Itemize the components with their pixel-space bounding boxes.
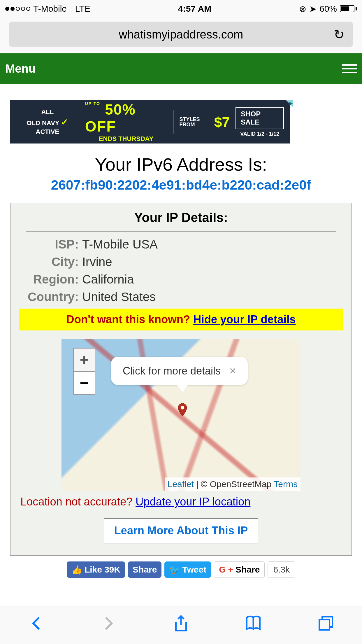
menu-label[interactable]: Menu xyxy=(5,62,36,75)
map-pin-icon[interactable] xyxy=(178,403,187,416)
hide-ip-link[interactable]: Hide your IP details xyxy=(193,313,296,326)
attrib-separator: | © xyxy=(196,479,210,489)
map-popup[interactable]: Click for more details × xyxy=(111,357,248,385)
carrier-label: T-Mobile xyxy=(33,4,67,14)
ad-up-to: UP TO xyxy=(85,101,100,106)
share-button[interactable] xyxy=(172,615,190,636)
update-location-link[interactable]: Update your IP location xyxy=(136,496,250,508)
ad-ends: ENDS THURSDAY xyxy=(99,135,153,143)
ip-details-box: Your IP Details: ISP: T-Mobile USA City:… xyxy=(10,203,352,556)
tabs-button[interactable] xyxy=(317,615,335,636)
google-plus-share-button[interactable]: G+ Share xyxy=(214,561,265,578)
hide-ip-question: Don't want this known? xyxy=(66,313,193,326)
social-share-row: 👍 Like 39K Share 🐦 Tweet G+ Share 6.3k xyxy=(0,561,362,578)
zoom-in-button[interactable]: + xyxy=(73,348,95,371)
chevron-left-icon xyxy=(27,615,45,632)
url-bar-container: whatismyipaddress.com ↻ xyxy=(0,18,362,53)
ad-shop-button[interactable]: SHOP SALE xyxy=(236,107,284,129)
gplus-plus-icon: + xyxy=(228,565,233,575)
url-bar[interactable]: whatismyipaddress.com ↻ xyxy=(9,22,353,47)
chevron-right-icon xyxy=(100,615,117,632)
facebook-like-button[interactable]: 👍 Like 39K xyxy=(67,561,125,578)
region-value: California xyxy=(82,272,134,286)
thumbs-up-icon: 👍 xyxy=(71,565,82,575)
book-icon xyxy=(245,615,262,632)
leaflet-link[interactable]: Leaflet xyxy=(168,479,194,489)
forward-button[interactable] xyxy=(100,615,117,636)
fb-like-label: Like xyxy=(85,565,102,575)
twitter-tweet-button[interactable]: 🐦 Tweet xyxy=(164,561,211,578)
osm-text: OpenStreetMap xyxy=(210,479,274,489)
battery-icon xyxy=(340,5,357,12)
zoom-out-button[interactable]: − xyxy=(73,371,95,395)
details-title: Your IP Details: xyxy=(15,210,347,225)
share-icon xyxy=(172,615,190,632)
ipv6-address[interactable]: 2607:fb90:2202:4e91:bd4e:b220:cad:2e0f xyxy=(0,177,362,193)
tweet-label: Tweet xyxy=(182,565,206,575)
country-label: Country: xyxy=(20,290,79,304)
battery-percent: 60% xyxy=(319,4,337,14)
network-label: LTE xyxy=(75,4,90,14)
status-bar: T-Mobile LTE 4:57 AM ⊗ ➤ 60% xyxy=(0,0,362,18)
map-popup-text: Click for more details xyxy=(123,365,221,377)
svg-point-0 xyxy=(181,406,184,410)
detail-row-country: Country: United States xyxy=(20,290,342,304)
region-label: Region: xyxy=(20,272,79,286)
ad-styles-from: STYLES FROM xyxy=(180,117,214,127)
location-map[interactable]: + − Click for more details × Leaflet | ©… xyxy=(61,339,301,491)
tabs-icon xyxy=(317,615,335,632)
close-icon[interactable]: × xyxy=(229,364,236,377)
fb-share-label: Share xyxy=(133,565,157,575)
status-time: 4:57 AM xyxy=(178,4,211,14)
detail-row-city: City: Irvine xyxy=(20,255,342,269)
location-arrow-icon: ➤ xyxy=(309,4,317,14)
ad-text-all: ALL xyxy=(16,108,79,116)
ad-price: $7 xyxy=(214,114,230,130)
facebook-share-button[interactable]: Share xyxy=(128,561,161,578)
browser-toolbar xyxy=(0,606,362,644)
isp-value: T-Mobile USA xyxy=(82,237,158,251)
ad-text-active: ACTIVE xyxy=(36,128,59,135)
ad-percent: 50% OFF xyxy=(85,102,136,135)
isp-label: ISP: xyxy=(20,237,79,251)
orientation-lock-icon: ⊗ xyxy=(299,4,306,14)
checkmark-icon: ✓ xyxy=(61,117,68,127)
ad-text-oldnavy: OLD NAVY xyxy=(27,119,59,127)
learn-more-button[interactable]: Learn More About This IP xyxy=(104,518,259,543)
city-value: Irvine xyxy=(82,255,112,269)
hide-ip-banner: Don't want this known? Hide your IP deta… xyxy=(19,309,343,330)
signal-dots-icon xyxy=(5,7,30,11)
site-menu-bar: Menu xyxy=(0,53,362,84)
hamburger-icon[interactable] xyxy=(342,64,357,73)
adchoices-icon[interactable] xyxy=(286,100,293,107)
ipv6-heading: Your IPv6 Address Is: xyxy=(0,154,362,175)
fb-like-count: 39K xyxy=(104,565,120,575)
map-attribution: Leaflet | © OpenStreetMap Terms xyxy=(165,477,301,491)
back-button[interactable] xyxy=(27,615,45,636)
ad-valid-dates: VALID 1/2 - 1/12 xyxy=(240,131,279,137)
share-count: 6.3k xyxy=(268,561,295,578)
ad-banner[interactable]: ALL OLD NAVY ✓ ACTIVE UP TO 50% OFF ENDS… xyxy=(10,100,290,144)
url-text: whatismyipaddress.com xyxy=(119,28,243,41)
gplus-share-label: Share xyxy=(236,565,260,575)
detail-row-region: Region: California xyxy=(20,272,342,286)
reload-icon[interactable]: ↻ xyxy=(334,27,345,42)
gplus-g-icon: G xyxy=(219,565,226,575)
country-value: United States xyxy=(82,290,156,304)
bookmarks-button[interactable] xyxy=(245,615,262,636)
location-question: Location not accurate? xyxy=(20,496,136,508)
svg-rect-1 xyxy=(319,620,329,630)
city-label: City: xyxy=(20,255,79,269)
twitter-bird-icon: 🐦 xyxy=(169,565,180,575)
terms-link[interactable]: Terms xyxy=(274,479,298,489)
location-inaccurate-line: Location not accurate? Update your IP lo… xyxy=(20,496,342,508)
detail-row-isp: ISP: T-Mobile USA xyxy=(20,237,342,251)
